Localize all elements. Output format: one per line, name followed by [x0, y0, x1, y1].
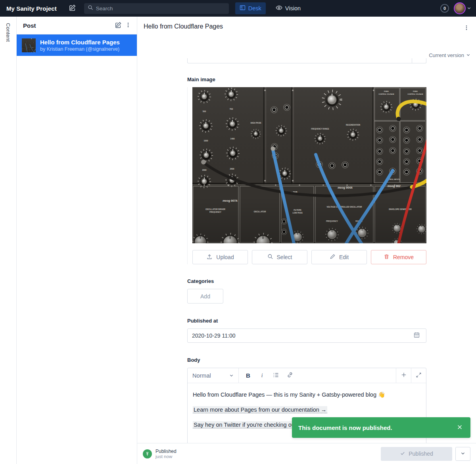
bullet-list-button[interactable]: [269, 368, 283, 383]
document-editor-pane: Hello from Cloudflare Pages Current vers…: [137, 17, 476, 464]
plus-icon: [401, 372, 407, 379]
desk-icon: [240, 5, 246, 12]
body-paragraph: Hello from Cloudflare Pages — this is my…: [193, 391, 421, 399]
slug-field-cutoff[interactable]: [187, 58, 426, 63]
publish-button-label: Published: [409, 451, 433, 457]
search-icon: [267, 254, 273, 261]
body-link[interactable]: Learn more about Pages from our document…: [193, 406, 327, 413]
list-icon: [273, 372, 279, 380]
categories-label: Categories: [187, 278, 426, 284]
tab-vision[interactable]: Vision: [271, 2, 305, 15]
tab-desk[interactable]: Desk: [235, 2, 266, 14]
edit-button[interactable]: Edit: [311, 250, 367, 264]
main-image-label: Main image: [187, 76, 426, 82]
notifications-badge[interactable]: 0: [440, 4, 449, 13]
list-item-thumbnail: [22, 38, 36, 52]
publish-menu-button[interactable]: [455, 447, 470, 461]
global-search[interactable]: [84, 3, 229, 14]
check-icon: [400, 451, 405, 457]
list-item-title: Hello from Cloudflare Pages: [40, 38, 120, 46]
document-header: Hello from Cloudflare Pages: [137, 17, 476, 34]
bold-button[interactable]: B: [241, 368, 255, 383]
document-title: Hello from Cloudflare Pages: [144, 23, 462, 30]
link-button[interactable]: [283, 368, 297, 383]
content-rail[interactable]: Content: [0, 17, 17, 464]
list-pane-menu-button[interactable]: [123, 20, 133, 31]
published-at-input[interactable]: [192, 332, 412, 339]
italic-button[interactable]: i: [255, 368, 269, 383]
close-icon: [456, 424, 463, 432]
toast-message: This document is now published.: [298, 424, 455, 431]
add-category-button[interactable]: Add: [187, 289, 223, 304]
user-menu[interactable]: [454, 2, 471, 14]
chevron-down-icon: [467, 5, 471, 12]
calendar-button[interactable]: [412, 330, 422, 341]
upload-icon: [206, 254, 213, 261]
insert-block-button[interactable]: [396, 368, 411, 383]
dots-vertical-icon: [125, 22, 131, 29]
publish-status-title: Published: [155, 449, 177, 454]
published-at-field: [187, 328, 426, 343]
top-navbar: My Sanity Project Desk: [0, 0, 476, 17]
toast-close-button[interactable]: [455, 422, 465, 433]
chevron-down-icon: [229, 372, 234, 379]
dots-vertical-icon: [463, 25, 470, 32]
pencil-icon: [330, 254, 336, 261]
avatar[interactable]: [454, 2, 466, 14]
project-title: My Sanity Project: [6, 5, 57, 12]
compose-icon: [115, 21, 122, 30]
editor-toolbar: Normal B i: [188, 368, 426, 383]
block-style-value: Normal: [192, 372, 211, 379]
upload-label: Upload: [216, 254, 234, 260]
body-label: Body: [187, 357, 426, 363]
document-list-pane: Post: [17, 17, 137, 464]
remove-button[interactable]: Remove: [371, 250, 426, 264]
publish-toast: This document is now published.: [292, 417, 470, 438]
list-item-subtitle: by Kristian Freeman (@signalnerve): [40, 46, 120, 52]
edit-label: Edit: [339, 254, 349, 260]
publish-status-time: just now: [155, 454, 177, 459]
tab-desk-label: Desk: [248, 5, 261, 11]
link-icon: [287, 372, 293, 379]
document-menu-button[interactable]: [462, 23, 471, 34]
compose-icon: [69, 4, 76, 13]
list-pane-header: Post: [17, 17, 137, 34]
publish-status-icon: [143, 449, 152, 458]
search-input[interactable]: [96, 6, 225, 11]
published-at-label: Published at: [187, 318, 426, 324]
main-image-field: Upload Select: [187, 87, 426, 264]
new-document-button[interactable]: [67, 2, 78, 14]
document-form: Main image Upload: [137, 34, 476, 443]
upload-button[interactable]: Upload: [192, 250, 248, 264]
search-icon: [88, 5, 93, 12]
list-pane-title: Post: [23, 22, 113, 29]
document-footer: Published just now Published: [137, 443, 476, 464]
calendar-icon: [413, 332, 420, 340]
tab-vision-label: Vision: [285, 5, 301, 11]
chevron-down-icon: [461, 451, 465, 457]
content-rail-label: Content: [5, 23, 11, 464]
select-button[interactable]: Select: [252, 250, 307, 264]
expand-icon: [416, 372, 422, 379]
main-image-preview[interactable]: [192, 87, 426, 243]
block-style-select[interactable]: Normal: [188, 368, 239, 383]
publish-status[interactable]: Published just now: [143, 449, 177, 459]
list-item[interactable]: Hello from Cloudflare Pages by Kristian …: [17, 34, 137, 56]
select-label: Select: [277, 254, 292, 260]
create-post-button[interactable]: [113, 20, 123, 31]
trash-icon: [384, 254, 390, 261]
fullscreen-button[interactable]: [411, 368, 426, 383]
eye-icon: [276, 4, 282, 12]
publish-button[interactable]: Published: [381, 447, 452, 461]
remove-label: Remove: [393, 254, 414, 260]
